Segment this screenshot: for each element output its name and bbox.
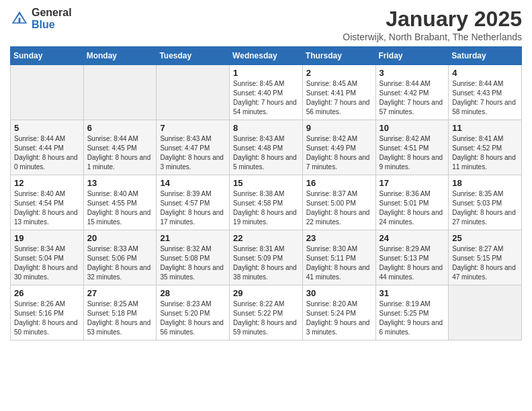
day-content: Sunrise: 8:37 AM Sunset: 5:00 PM Dayligh… (306, 189, 372, 227)
logo: General Blue (10, 7, 72, 30)
day-number: 23 (306, 233, 372, 243)
calendar-cell: 12Sunrise: 8:40 AM Sunset: 4:54 PM Dayli… (11, 175, 84, 230)
day-number: 28 (160, 288, 226, 298)
week-row-5: 26Sunrise: 8:26 AM Sunset: 5:16 PM Dayli… (11, 285, 522, 340)
calendar-header: SundayMondayTuesdayWednesdayThursdayFrid… (11, 47, 522, 65)
day-number: 14 (160, 178, 226, 188)
calendar-cell: 8Sunrise: 8:43 AM Sunset: 4:48 PM Daylig… (230, 120, 303, 175)
day-number: 21 (160, 233, 226, 243)
calendar-cell: 28Sunrise: 8:23 AM Sunset: 5:20 PM Dayli… (157, 285, 230, 340)
day-number: 24 (380, 233, 445, 243)
calendar-cell: 20Sunrise: 8:33 AM Sunset: 5:06 PM Dayli… (83, 230, 157, 285)
day-number: 8 (233, 123, 299, 133)
calendar-cell (83, 65, 157, 120)
week-row-1: 1Sunrise: 8:45 AM Sunset: 4:40 PM Daylig… (11, 65, 522, 120)
day-number: 13 (87, 178, 153, 188)
calendar-cell: 5Sunrise: 8:44 AM Sunset: 4:44 PM Daylig… (11, 120, 84, 175)
calendar-cell: 10Sunrise: 8:42 AM Sunset: 4:51 PM Dayli… (375, 120, 449, 175)
day-number: 17 (380, 178, 445, 188)
day-content: Sunrise: 8:34 AM Sunset: 5:04 PM Dayligh… (14, 244, 80, 282)
day-content: Sunrise: 8:39 AM Sunset: 4:57 PM Dayligh… (160, 189, 226, 227)
day-content: Sunrise: 8:31 AM Sunset: 5:09 PM Dayligh… (233, 244, 299, 282)
day-content: Sunrise: 8:45 AM Sunset: 4:40 PM Dayligh… (233, 79, 299, 117)
day-content: Sunrise: 8:27 AM Sunset: 5:15 PM Dayligh… (452, 244, 518, 282)
calendar-cell: 16Sunrise: 8:37 AM Sunset: 5:00 PM Dayli… (302, 175, 375, 230)
day-header-wednesday: Wednesday (230, 47, 303, 65)
calendar-cell: 24Sunrise: 8:29 AM Sunset: 5:13 PM Dayli… (375, 230, 449, 285)
day-header-saturday: Saturday (449, 47, 522, 65)
calendar-cell: 6Sunrise: 8:44 AM Sunset: 4:45 PM Daylig… (83, 120, 157, 175)
calendar-cell: 1Sunrise: 8:45 AM Sunset: 4:40 PM Daylig… (230, 65, 303, 120)
calendar-body: 1Sunrise: 8:45 AM Sunset: 4:40 PM Daylig… (11, 65, 522, 340)
day-number: 19 (14, 233, 80, 243)
calendar-cell: 4Sunrise: 8:44 AM Sunset: 4:43 PM Daylig… (449, 65, 522, 120)
calendar-cell: 17Sunrise: 8:36 AM Sunset: 5:01 PM Dayli… (375, 175, 449, 230)
day-number: 30 (306, 288, 372, 298)
calendar-cell: 31Sunrise: 8:19 AM Sunset: 5:25 PM Dayli… (375, 285, 449, 340)
logo-general: General (32, 7, 72, 18)
day-content: Sunrise: 8:36 AM Sunset: 5:01 PM Dayligh… (380, 189, 445, 227)
calendar-cell: 19Sunrise: 8:34 AM Sunset: 5:04 PM Dayli… (11, 230, 84, 285)
calendar-cell: 11Sunrise: 8:41 AM Sunset: 4:52 PM Dayli… (449, 120, 522, 175)
calendar-cell: 23Sunrise: 8:30 AM Sunset: 5:11 PM Dayli… (302, 230, 375, 285)
day-content: Sunrise: 8:19 AM Sunset: 5:25 PM Dayligh… (380, 300, 445, 337)
day-header-friday: Friday (375, 47, 449, 65)
page-header: General Blue January 2025 Oisterwijk, No… (10, 7, 522, 42)
calendar-cell: 14Sunrise: 8:39 AM Sunset: 4:57 PM Dayli… (157, 175, 230, 230)
day-number: 18 (452, 178, 518, 188)
day-content: Sunrise: 8:42 AM Sunset: 4:49 PM Dayligh… (306, 134, 372, 172)
calendar-cell: 7Sunrise: 8:43 AM Sunset: 4:47 PM Daylig… (157, 120, 230, 175)
days-of-week-row: SundayMondayTuesdayWednesdayThursdayFrid… (11, 47, 522, 65)
calendar-cell: 25Sunrise: 8:27 AM Sunset: 5:15 PM Dayli… (449, 230, 522, 285)
calendar-title: January 2025 (343, 7, 522, 32)
day-content: Sunrise: 8:40 AM Sunset: 4:54 PM Dayligh… (14, 189, 80, 227)
calendar-cell: 27Sunrise: 8:25 AM Sunset: 5:18 PM Dayli… (83, 285, 157, 340)
day-content: Sunrise: 8:41 AM Sunset: 4:52 PM Dayligh… (452, 134, 518, 172)
day-content: Sunrise: 8:44 AM Sunset: 4:43 PM Dayligh… (452, 79, 518, 117)
day-header-monday: Monday (83, 47, 157, 65)
day-content: Sunrise: 8:38 AM Sunset: 4:58 PM Dayligh… (233, 189, 299, 227)
day-content: Sunrise: 8:23 AM Sunset: 5:20 PM Dayligh… (160, 300, 226, 337)
calendar-cell: 22Sunrise: 8:31 AM Sunset: 5:09 PM Dayli… (230, 230, 303, 285)
day-number: 12 (14, 178, 80, 188)
day-number: 9 (306, 123, 372, 133)
day-content: Sunrise: 8:44 AM Sunset: 4:44 PM Dayligh… (14, 134, 80, 172)
day-number: 22 (233, 233, 299, 243)
day-number: 31 (380, 288, 445, 298)
calendar-cell (449, 285, 522, 340)
day-header-sunday: Sunday (11, 47, 84, 65)
day-content: Sunrise: 8:22 AM Sunset: 5:22 PM Dayligh… (233, 300, 299, 337)
calendar-cell: 26Sunrise: 8:26 AM Sunset: 5:16 PM Dayli… (11, 285, 84, 340)
day-content: Sunrise: 8:30 AM Sunset: 5:11 PM Dayligh… (306, 244, 372, 282)
calendar-cell (157, 65, 230, 120)
day-header-thursday: Thursday (302, 47, 375, 65)
week-row-2: 5Sunrise: 8:44 AM Sunset: 4:44 PM Daylig… (11, 120, 522, 175)
day-content: Sunrise: 8:40 AM Sunset: 4:55 PM Dayligh… (87, 189, 153, 227)
day-number: 11 (452, 123, 518, 133)
day-number: 26 (14, 288, 80, 298)
day-content: Sunrise: 8:44 AM Sunset: 4:42 PM Dayligh… (380, 79, 445, 117)
logo-icon (10, 9, 29, 28)
day-number: 4 (452, 68, 518, 78)
day-number: 7 (160, 123, 226, 133)
week-row-3: 12Sunrise: 8:40 AM Sunset: 4:54 PM Dayli… (11, 175, 522, 230)
day-number: 20 (87, 233, 153, 243)
day-number: 6 (87, 123, 153, 133)
day-content: Sunrise: 8:43 AM Sunset: 4:48 PM Dayligh… (233, 134, 299, 172)
week-row-4: 19Sunrise: 8:34 AM Sunset: 5:04 PM Dayli… (11, 230, 522, 285)
day-content: Sunrise: 8:25 AM Sunset: 5:18 PM Dayligh… (87, 300, 153, 337)
calendar-cell: 21Sunrise: 8:32 AM Sunset: 5:08 PM Dayli… (157, 230, 230, 285)
calendar-cell: 2Sunrise: 8:45 AM Sunset: 4:41 PM Daylig… (302, 65, 375, 120)
calendar-cell: 15Sunrise: 8:38 AM Sunset: 4:58 PM Dayli… (230, 175, 303, 230)
calendar-table: SundayMondayTuesdayWednesdayThursdayFrid… (10, 46, 522, 340)
day-content: Sunrise: 8:44 AM Sunset: 4:45 PM Dayligh… (87, 134, 153, 172)
logo-text: General Blue (32, 7, 72, 30)
calendar-cell: 29Sunrise: 8:22 AM Sunset: 5:22 PM Dayli… (230, 285, 303, 340)
day-content: Sunrise: 8:42 AM Sunset: 4:51 PM Dayligh… (380, 134, 445, 172)
day-content: Sunrise: 8:35 AM Sunset: 5:03 PM Dayligh… (452, 189, 518, 227)
calendar-cell: 30Sunrise: 8:20 AM Sunset: 5:24 PM Dayli… (302, 285, 375, 340)
day-number: 2 (306, 68, 372, 78)
day-content: Sunrise: 8:43 AM Sunset: 4:47 PM Dayligh… (160, 134, 226, 172)
day-content: Sunrise: 8:33 AM Sunset: 5:06 PM Dayligh… (87, 244, 153, 282)
calendar-cell: 9Sunrise: 8:42 AM Sunset: 4:49 PM Daylig… (302, 120, 375, 175)
